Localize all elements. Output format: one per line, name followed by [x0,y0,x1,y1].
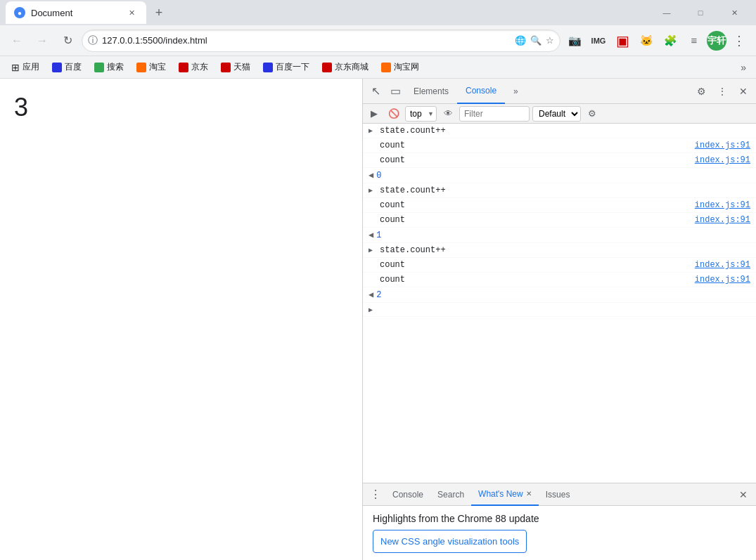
bottom-tabs: ⋮ Console Search What's New ✕ Issues ✕ [363,483,756,506]
bookmark-label: 京东 [191,61,208,73]
console-log-line[interactable]: ▶ state.count++ [363,243,756,258]
bottom-tab-search[interactable]: Search [430,483,471,506]
pdf-icon[interactable]: ▣ [611,30,634,52]
console-output-line[interactable]: count index.js:91 [363,153,756,168]
console-output-line[interactable]: count index.js:91 [363,273,756,287]
source-link[interactable]: index.js:91 [695,200,750,210]
jd-mall-icon [322,63,332,72]
console-play-icon[interactable]: ▶ [366,105,383,122]
whats-new-item[interactable]: New CSS angle visualization tools [373,530,527,553]
bookmark-label: 应用 [23,61,39,73]
source-link[interactable]: index.js:91 [695,260,750,270]
title-bar: ● Document ✕ + — □ ✕ [0,0,756,25]
bookmarks-more-button[interactable]: » [736,59,750,76]
console-settings-icon[interactable]: ⚙ [584,105,601,122]
profile-button[interactable]: 宇轩 [707,31,726,51]
console-code: count [380,141,695,150]
devtools-header: ↖ ▭ Elements Console » ⚙ ⋮ ✕ [363,79,756,104]
toolbar-icons: 📷 IMG ▣ 🐱 🧩 ≡ 宇轩 ⋮ [563,30,750,52]
console-output-line[interactable]: count index.js:91 [363,198,756,213]
bookmark-label: 搜索 [107,61,124,73]
new-tab-button[interactable]: + [149,3,169,22]
source-link[interactable]: index.js:91 [695,141,750,150]
console-output-line[interactable]: count index.js:91 [363,213,756,228]
extension1-icon[interactable]: 🧩 [659,30,681,52]
top-selector[interactable]: top [405,106,437,122]
console-output-line[interactable]: count index.js:91 [363,258,756,273]
active-tab[interactable]: ● Document ✕ [6,1,146,24]
console-output[interactable]: ▶ state.count++ count index.js:91 count … [363,124,756,483]
bookmark-label: 百度 [65,61,82,73]
expand-arrow-icon: ▶ [369,306,377,314]
tab-elements[interactable]: Elements [405,79,457,104]
playlist-icon[interactable]: ≡ [683,30,705,52]
top-selector-wrapper: top ▼ [405,106,437,122]
device-toggle-icon[interactable]: ▭ [385,82,405,101]
bookmark-icon[interactable]: ☆ [546,35,554,46]
expand-arrow-icon: ▶ [369,126,377,135]
minimize-button[interactable]: — [651,1,683,24]
bottom-content: Highlights from the Chrome 88 update New… [363,506,756,560]
jd-icon [179,63,188,72]
close-button[interactable]: ✕ [718,1,750,24]
devtools-close-icon[interactable]: ✕ [733,82,753,101]
source-link[interactable]: index.js:91 [695,215,750,225]
taobao-net-icon [381,63,391,72]
back-button[interactable]: ← [6,30,28,52]
console-code: state.count++ [380,126,750,136]
bookmark-apps[interactable]: ⊞ 应用 [6,58,45,76]
bookmark-jd-mall[interactable]: 京东商城 [316,58,374,76]
bottom-panel-right: ✕ [733,485,753,504]
bookmark-baidu[interactable]: 百度 [46,58,87,76]
console-log-line[interactable]: ▶ [363,303,756,317]
console-return-line: ◀ 0 [363,168,756,183]
bottom-tabs-more-icon[interactable]: ⋮ [366,485,385,504]
console-code: state.count++ [380,185,750,195]
info-icon: ⓘ [88,34,98,47]
bookmark-baidu-search[interactable]: 百度一下 [257,58,315,76]
reload-button[interactable]: ↻ [56,30,79,52]
source-link[interactable]: index.js:91 [695,275,750,285]
bottom-tab-whats-new[interactable]: What's New ✕ [471,483,539,506]
forward-button[interactable]: → [31,30,53,52]
filter-input[interactable] [459,106,530,122]
bookmark-tmall[interactable]: 天猫 [215,58,256,76]
console-log-line[interactable]: ▶ state.count++ [363,124,756,138]
bookmark-search[interactable]: 搜索 [89,58,129,76]
whats-new-close-icon[interactable]: ✕ [526,490,532,497]
console-code: count [380,215,695,225]
translate-icon[interactable]: 🌐 [515,35,526,46]
console-eye-icon[interactable]: 👁 [440,105,456,122]
address-bar[interactable]: ⓘ 127.0.0.1:5500/index.html 🌐 🔍 ☆ [82,30,560,52]
tmall-icon [221,63,231,72]
tab-more[interactable]: » [505,79,527,104]
expand-arrow-icon: ▶ [369,186,377,195]
bookmark-taobao[interactable]: 淘宝 [131,58,172,76]
main-area: 3 ↖ ▭ Elements Console » ⚙ ⋮ ✕ ▶ 🚫 [0,79,756,560]
search-icon[interactable]: 🔍 [530,35,542,46]
devtools-menu-icon[interactable]: ⋮ [712,82,732,101]
console-block-icon[interactable]: 🚫 [385,105,402,122]
element-selector-icon[interactable]: ↖ [366,82,385,101]
bottom-tab-console[interactable]: Console [385,483,430,506]
img-icon[interactable]: IMG [587,30,610,52]
cat-icon[interactable]: 🐱 [635,30,658,52]
devtools-settings-icon[interactable]: ⚙ [691,82,711,101]
bookmark-taobao-net[interactable]: 淘宝网 [376,58,425,76]
taobao-icon [136,63,146,72]
tab-console[interactable]: Console [457,79,505,104]
maximize-button[interactable]: □ [684,1,717,24]
tab-close-button[interactable]: ✕ [125,6,138,19]
bottom-panel-close-icon[interactable]: ✕ [733,485,753,504]
camera-icon[interactable]: 📷 [563,30,586,52]
bottom-tab-issues[interactable]: Issues [539,483,577,506]
console-output-line[interactable]: count index.js:91 [363,138,756,153]
page-content: 3 [0,79,362,560]
source-link[interactable]: index.js:91 [695,155,750,165]
baidu-icon [52,63,62,72]
console-log-line[interactable]: ▶ state.count++ [363,183,756,198]
return-value: 2 [376,290,381,300]
default-level-select[interactable]: Default [532,106,581,122]
bookmark-jd[interactable]: 京东 [173,58,214,76]
menu-icon[interactable]: ⋮ [728,30,750,52]
